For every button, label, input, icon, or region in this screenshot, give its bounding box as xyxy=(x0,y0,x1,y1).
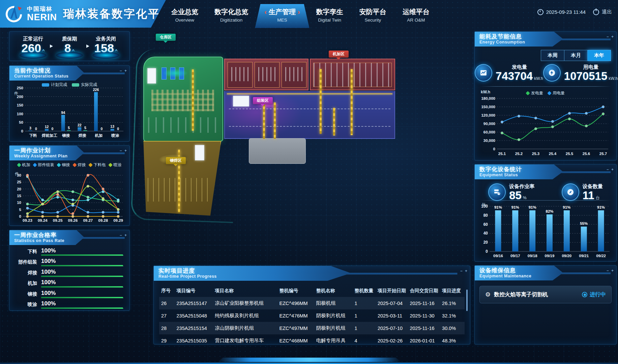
nav-tab[interactable]: 数字化总览Digitization xyxy=(210,7,252,23)
legend-swatch xyxy=(108,163,113,167)
legend-item[interactable]: 部件组装 xyxy=(33,162,54,168)
pass-rate-list: 下料100%部件组装100%焊接100%机加100%铆接100%喷涂100% xyxy=(9,246,129,310)
panel-subtitle: Energy Consumption xyxy=(479,40,525,44)
metric-device-count: 设备数量 11台 xyxy=(562,183,603,201)
panel-title: 设备维保信息 xyxy=(479,267,516,274)
signboard xyxy=(195,145,204,160)
panel-subtitle: Weekly Assignment Plan xyxy=(14,154,67,158)
pass-rate-bar xyxy=(41,254,123,256)
svg-text:200: 200 xyxy=(17,95,23,99)
metric-utilization: 设备作业率 85% xyxy=(488,183,534,201)
legend-swatch xyxy=(72,163,77,167)
nav-tab[interactable]: 安防平台Security xyxy=(355,7,390,23)
svg-text:09/19: 09/19 xyxy=(545,254,555,258)
svg-text:90,000: 90,000 xyxy=(483,122,495,126)
legend-item[interactable]: 下料包 xyxy=(89,162,106,168)
equipment-bar-chart: 02040608010091%09/1691%09/1791%09/1882%0… xyxy=(477,200,614,261)
zone-label-machining: 机加区 xyxy=(329,51,349,58)
zone-label-warehouse: 仓库区 xyxy=(156,34,176,41)
pass-rate-bar xyxy=(41,297,123,298)
column-header: 整机数量 xyxy=(353,285,376,297)
panel-current-operation: − + 当前作业情况 Current Operation Status 计划完成… xyxy=(9,65,130,142)
svg-text:30,000: 30,000 xyxy=(483,139,495,143)
metric-unit: kW.h xyxy=(609,76,618,81)
svg-text:09.27: 09.27 xyxy=(83,218,93,222)
energy-tab[interactable]: 本月 xyxy=(564,50,588,61)
svg-text:09.29: 09.29 xyxy=(113,218,123,222)
svg-text:55%: 55% xyxy=(580,221,588,225)
table-row[interactable]: 28235A2515154凉山阴极剥片机组EZC^497MM阴极剥片机组1202… xyxy=(159,322,465,334)
svg-text:09.23: 09.23 xyxy=(23,218,32,222)
svg-text:100: 100 xyxy=(481,204,488,209)
svg-text:09.26: 09.26 xyxy=(68,218,78,222)
zone-glow xyxy=(163,69,188,78)
zone-welding[interactable] xyxy=(138,141,221,216)
maintenance-list: ⚙数控火焰等离子切割机进行中 xyxy=(475,286,616,303)
logo-cn: 中国瑞林 xyxy=(27,6,57,12)
dashboard-root: 中国瑞林 NERIN 瑞林装备数字化平台 企业总览Overview数字化总览Di… xyxy=(0,0,618,364)
pass-rate-bar xyxy=(41,276,123,277)
svg-text:91%: 91% xyxy=(494,205,502,209)
table-row[interactable]: 26235A2515147凉山矿业阳极整形机组EZC^496MM阳极机组1202… xyxy=(159,297,465,309)
panel-title: 当前作业情况 xyxy=(14,67,51,74)
svg-text:80: 80 xyxy=(483,213,488,218)
pass-rate-row: 喷涂100% xyxy=(9,300,129,310)
bolt-icon xyxy=(543,64,561,82)
svg-text:0: 0 xyxy=(117,127,119,131)
energy-tab[interactable]: 本周 xyxy=(541,50,564,61)
svg-text:25.2: 25.2 xyxy=(515,152,523,156)
factory-3d-map[interactable]: 仓库区 机加区 组装区 铆焊区 xyxy=(131,30,472,264)
status-dot-icon xyxy=(582,292,587,297)
compass-icon xyxy=(562,183,579,201)
panel-title: 一周作业合格率 xyxy=(14,231,57,239)
gear-icon: ⚙ xyxy=(485,291,491,298)
logo-en: NERIN xyxy=(27,13,57,22)
column-header: 项目编号 xyxy=(175,285,213,297)
legend-item[interactable]: 铆接 xyxy=(57,162,70,168)
legend-item[interactable]: 喷涂 xyxy=(109,162,122,168)
app-header: 中国瑞林 NERIN 瑞林装备数字化平台 企业总览Overview数字化总览Di… xyxy=(0,0,618,29)
svg-text:25.1: 25.1 xyxy=(498,152,506,156)
legend-item[interactable]: 机加 xyxy=(18,162,30,168)
svg-text:91%: 91% xyxy=(597,205,605,209)
nav-tab[interactable]: 生产管理MES xyxy=(260,7,304,23)
generation-chart-icon xyxy=(475,64,492,82)
maintenance-item[interactable]: ⚙数控火焰等离子切割机进行中 xyxy=(479,286,612,303)
nav-tab[interactable]: 数字孪生Digital Twin xyxy=(312,7,347,23)
nerin-logo-icon xyxy=(5,4,24,24)
svg-text:25: 25 xyxy=(17,180,21,184)
legend-item[interactable]: 焊接 xyxy=(73,162,86,168)
panel-subtitle: Real-time Project Progress xyxy=(158,274,217,279)
column-header: 项目名称 xyxy=(213,285,277,297)
nav-tab[interactable]: 企业总览Overview xyxy=(167,7,202,23)
crane-mast xyxy=(274,102,276,139)
panel-subtitle: Current Operation Status xyxy=(14,74,68,79)
zone-assembly-hall[interactable] xyxy=(224,91,395,139)
svg-text:150: 150 xyxy=(17,103,23,107)
concrete-pad xyxy=(249,138,306,164)
svg-text:09/21: 09/21 xyxy=(579,254,589,258)
svg-text:25.6: 25.6 xyxy=(583,152,590,156)
zone-warehouse[interactable] xyxy=(143,57,223,142)
weekly-line-chart: 05101520253009.2309.2409.2509.2609.2709.… xyxy=(13,173,126,225)
footer-line xyxy=(0,363,618,364)
table-scrollbar[interactable] xyxy=(466,290,468,311)
logout-icon[interactable] xyxy=(593,9,599,15)
table-row[interactable]: 29235A2515035营口建发电解专用吊车EZC^468MM电解专用吊具42… xyxy=(159,334,465,347)
svg-text:5: 5 xyxy=(68,126,70,130)
svg-text:94: 94 xyxy=(61,111,65,115)
zone-machining-a[interactable] xyxy=(224,59,308,90)
signboard xyxy=(233,96,249,107)
logout-button[interactable]: 退出 xyxy=(602,9,612,15)
svg-text:10: 10 xyxy=(17,201,21,205)
svg-text:09/20: 09/20 xyxy=(562,254,571,258)
nav-tab[interactable]: 运维平台AR O&M xyxy=(399,7,434,23)
svg-text:焊前加工: 焊前加工 xyxy=(41,133,58,138)
metric-generation: 发电量 743704kW.h xyxy=(475,64,543,82)
pass-rate-row: 部件组装100% xyxy=(9,257,129,268)
svg-text:250: 250 xyxy=(17,86,23,90)
energy-tab[interactable]: 本年 xyxy=(588,50,611,61)
panel-maintenance: − + 设备维保信息 Equipment Maintenance ⚙数控火焰等离… xyxy=(474,265,617,344)
panel-project-progress: − + 实时项目进度 Real-time Project Progress 序号… xyxy=(153,266,470,344)
table-row[interactable]: 27235A2515048纯钧残极及剥片机组EZC^476MM阴极剥片机组120… xyxy=(159,309,465,322)
